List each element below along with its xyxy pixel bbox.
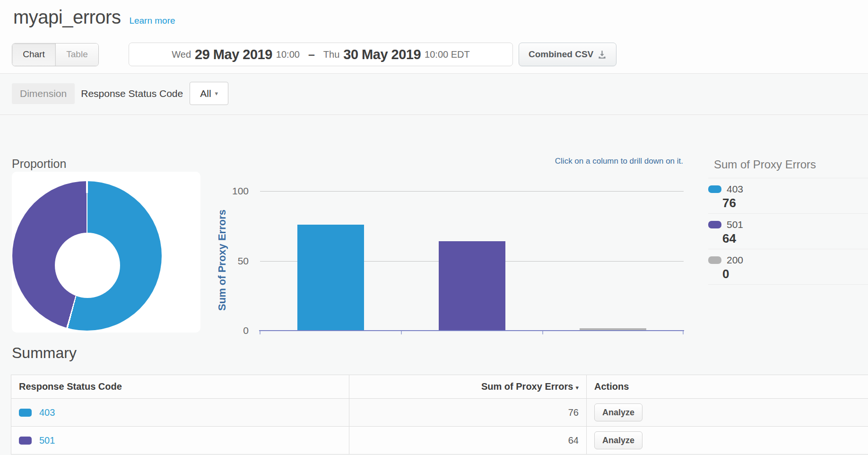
column-header-sum-of-proxy-errors[interactable]: Sum of Proxy Errors▾: [349, 375, 587, 399]
analytics-dashboard: myapi_errors Learn more Chart Table Wed …: [0, 0, 868, 455]
bar-403[interactable]: [297, 225, 364, 331]
summary-table: Response Status Code Sum of Proxy Errors…: [11, 375, 868, 455]
legend-swatch: [708, 256, 721, 264]
end-day: Thu: [323, 49, 339, 60]
start-day: Wed: [172, 49, 191, 60]
learn-more-link[interactable]: Learn more: [129, 16, 175, 26]
legend-item-403[interactable]: 40376: [708, 178, 868, 214]
table-toggle-button[interactable]: Table: [55, 44, 98, 66]
combined-csv-button[interactable]: Combined CSV: [519, 43, 616, 66]
table-row: 50164Analyze: [11, 427, 868, 455]
legend-item-501[interactable]: 50164: [708, 214, 868, 249]
dropdown-value: All: [200, 88, 211, 99]
sort-descending-icon: ▾: [575, 384, 579, 391]
summary-heading: Summary: [12, 344, 77, 362]
page-title: myapi_errors: [13, 7, 121, 28]
sum-value-cell: 64: [349, 427, 587, 455]
legend-value: 0: [722, 266, 868, 281]
end-date: 30 May 2019: [343, 47, 421, 62]
bar-501[interactable]: [439, 241, 505, 331]
chart-toggle-button[interactable]: Chart: [12, 44, 55, 66]
y-tick-label: 50: [238, 255, 249, 267]
legend-value: 76: [722, 195, 868, 210]
sum-value-cell: 76: [349, 399, 587, 427]
legend-swatch: [708, 185, 721, 193]
analyze-button[interactable]: Analyze: [594, 403, 642, 421]
drill-down-hint: Click on a column to drill down on it.: [555, 157, 683, 166]
chart-legend: Sum of Proxy Errors 40376501642000: [708, 156, 868, 285]
y-tick-label: 100: [232, 185, 249, 197]
legend-label: 200: [727, 254, 743, 266]
section-divider: [0, 114, 868, 115]
y-axis-ticks: 050100: [218, 191, 255, 331]
bar-plot: [260, 191, 684, 331]
summary-table-body: 40376Analyze50164Analyze: [11, 399, 868, 455]
toolbar: Chart Table Wed 29 May 2019 10:00 – Thu …: [12, 43, 616, 66]
y-tick-label: 0: [243, 325, 249, 336]
download-icon: [598, 50, 607, 59]
legend-label: 501: [727, 219, 743, 230]
legend-title: Sum of Proxy Errors: [708, 156, 868, 178]
donut-hole: [55, 233, 120, 298]
dimension-chip: Dimension: [12, 83, 75, 104]
x-axis-line: [259, 330, 684, 331]
proportion-card: [12, 172, 200, 332]
x-axis-tick: [542, 331, 543, 334]
x-axis-tick: [401, 331, 402, 334]
view-toggle: Chart Table: [12, 43, 99, 66]
filter-bar: Dimension Response Status Code All ▾: [12, 82, 228, 105]
column-header-response-status-code[interactable]: Response Status Code: [11, 375, 349, 399]
status-code-link[interactable]: 501: [39, 435, 55, 446]
gridline: [260, 191, 684, 192]
proportion-label: Proportion: [12, 157, 66, 171]
dimension-filter-dropdown[interactable]: All ▾: [190, 82, 228, 105]
column-header-actions: Actions: [587, 375, 868, 399]
status-code-link[interactable]: 403: [39, 407, 55, 418]
x-axis-tick: [683, 331, 684, 334]
dimension-name: Response Status Code: [81, 88, 183, 99]
start-date: 29 May 2019: [195, 47, 272, 62]
legend-swatch: [708, 221, 721, 228]
legend-item-200[interactable]: 2000: [708, 249, 868, 285]
donut-chart[interactable]: [12, 181, 162, 331]
table-row: 40376Analyze: [11, 399, 868, 427]
legend-items: 40376501642000: [708, 178, 868, 285]
date-range-separator: –: [308, 48, 315, 61]
date-range-picker[interactable]: Wed 29 May 2019 10:00 – Thu 30 May 2019 …: [129, 43, 513, 66]
legend-label: 403: [727, 184, 743, 195]
end-time: 10:00 EDT: [425, 49, 470, 60]
legend-value: 64: [722, 231, 868, 246]
x-axis-tick: [260, 331, 260, 334]
status-swatch: [19, 437, 32, 445]
page-header: myapi_errors Learn more Chart Table Wed …: [0, 0, 868, 74]
caret-down-icon: ▾: [215, 90, 218, 97]
combined-csv-label: Combined CSV: [529, 49, 593, 60]
start-time: 10:00: [276, 49, 300, 60]
analyze-button[interactable]: Analyze: [594, 431, 642, 449]
status-swatch: [19, 409, 32, 417]
